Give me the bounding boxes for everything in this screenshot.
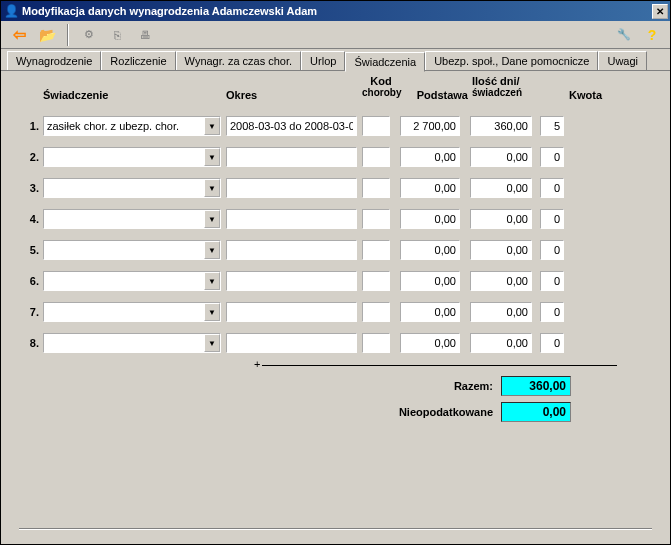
podstawa-input[interactable]: [400, 240, 460, 260]
swiadczenie-combo[interactable]: ▼: [43, 116, 221, 136]
swiadczenie-input[interactable]: [44, 272, 204, 290]
tab-swiadczenia[interactable]: Świadczenia: [345, 52, 425, 72]
swiadczenie-combo[interactable]: ▼: [43, 178, 221, 198]
swiadczenie-combo[interactable]: ▼: [43, 147, 221, 167]
swiadczenie-input[interactable]: [44, 303, 204, 321]
kod-input[interactable]: [362, 302, 390, 322]
window: 👤 Modyfikacja danych wynagrodzenia Adamc…: [0, 0, 671, 545]
swiadczenie-input[interactable]: [44, 210, 204, 228]
podstawa-input[interactable]: [400, 333, 460, 353]
row-number: 3.: [19, 182, 43, 194]
podstawa-input[interactable]: [400, 116, 460, 136]
swiadczenie-input[interactable]: [44, 334, 204, 352]
header-podstawa: Podstawa: [400, 89, 472, 112]
podstawa-input[interactable]: [400, 271, 460, 291]
open-button[interactable]: 📂: [35, 23, 59, 47]
kod-input[interactable]: [362, 209, 390, 229]
okres-input[interactable]: [226, 333, 357, 353]
back-button[interactable]: ⇦: [7, 23, 31, 47]
table-row: 1.▼: [19, 116, 652, 136]
chevron-down-icon[interactable]: ▼: [204, 117, 220, 135]
kwota-input[interactable]: [470, 178, 532, 198]
bottom-divider: [19, 528, 652, 530]
help-button[interactable]: ?: [640, 23, 664, 47]
okres-input[interactable]: [226, 302, 357, 322]
swiadczenie-combo[interactable]: ▼: [43, 240, 221, 260]
swiadczenie-combo[interactable]: ▼: [43, 209, 221, 229]
nieopodatkowane-label: Nieopodatkowane: [369, 406, 501, 418]
header-kwota: Kwota: [546, 89, 606, 112]
chevron-down-icon[interactable]: ▼: [204, 272, 220, 290]
swiadczenie-input[interactable]: [44, 241, 204, 259]
okres-input[interactable]: [226, 271, 357, 291]
podstawa-input[interactable]: [400, 178, 460, 198]
tab-wynagrodzenie[interactable]: Wynagrodzenie: [7, 51, 101, 70]
kod-input[interactable]: [362, 240, 390, 260]
header-ilosc: Ilość dni/ świadczeń: [472, 75, 546, 98]
swiadczenie-combo[interactable]: ▼: [43, 271, 221, 291]
chevron-down-icon[interactable]: ▼: [204, 148, 220, 166]
table-row: 6.▼: [19, 271, 652, 291]
swiadczenie-input[interactable]: [44, 179, 204, 197]
kod-input[interactable]: [362, 178, 390, 198]
row-number: 4.: [19, 213, 43, 225]
chevron-down-icon[interactable]: ▼: [204, 241, 220, 259]
okres-input[interactable]: [226, 240, 357, 260]
kwota-input[interactable]: [470, 333, 532, 353]
kod-input[interactable]: [362, 147, 390, 167]
kwota-input[interactable]: [470, 271, 532, 291]
dni-input[interactable]: [540, 302, 564, 322]
close-button[interactable]: ✕: [652, 4, 668, 19]
chevron-down-icon[interactable]: ▼: [204, 179, 220, 197]
print-button[interactable]: 🖶: [133, 23, 157, 47]
nieopodatkowane-value: 0,00: [501, 402, 571, 422]
tab-uwagi[interactable]: Uwagi: [598, 51, 647, 70]
kwota-input[interactable]: [470, 240, 532, 260]
dni-input[interactable]: [540, 271, 564, 291]
chevron-down-icon[interactable]: ▼: [204, 303, 220, 321]
table-row: 7.▼: [19, 302, 652, 322]
swiadczenie-input[interactable]: [44, 117, 204, 135]
dni-input[interactable]: [540, 209, 564, 229]
kod-input[interactable]: [362, 116, 390, 136]
okres-input[interactable]: [226, 178, 357, 198]
tab-rozliczenie[interactable]: Rozliczenie: [101, 51, 175, 70]
dni-input[interactable]: [540, 116, 564, 136]
chevron-down-icon[interactable]: ▼: [204, 210, 220, 228]
okres-input[interactable]: [226, 116, 357, 136]
razem-value: 360,00: [501, 376, 571, 396]
dni-input[interactable]: [540, 240, 564, 260]
kwota-input[interactable]: [470, 116, 532, 136]
header-kod: Kod choroby: [362, 75, 400, 98]
tab-urlop[interactable]: Urlop: [301, 51, 345, 70]
kwota-input[interactable]: [470, 302, 532, 322]
tool-1-button[interactable]: ⚙: [77, 23, 101, 47]
kod-input[interactable]: [362, 333, 390, 353]
kwota-input[interactable]: [470, 209, 532, 229]
podstawa-input[interactable]: [400, 302, 460, 322]
kod-input[interactable]: [362, 271, 390, 291]
table-row: 3.▼: [19, 178, 652, 198]
table-row: 4.▼: [19, 209, 652, 229]
plus-icon: +: [254, 358, 260, 370]
tab-wynagr-chor[interactable]: Wynagr. za czas chor.: [176, 51, 302, 70]
window-title: Modyfikacja danych wynagrodzenia Adamcze…: [22, 5, 652, 17]
swiadczenie-combo[interactable]: ▼: [43, 302, 221, 322]
dni-input[interactable]: [540, 333, 564, 353]
dni-input[interactable]: [540, 147, 564, 167]
podstawa-input[interactable]: [400, 209, 460, 229]
tool-2-button[interactable]: 🔧: [612, 23, 636, 47]
table-row: 8.▼: [19, 333, 652, 353]
kwota-input[interactable]: [470, 147, 532, 167]
tab-ubezp[interactable]: Ubezp. społ., Dane pomocnicze: [425, 51, 598, 70]
okres-input[interactable]: [226, 147, 357, 167]
podstawa-input[interactable]: [400, 147, 460, 167]
app-icon: 👤: [3, 3, 19, 19]
okres-input[interactable]: [226, 209, 357, 229]
chevron-down-icon[interactable]: ▼: [204, 334, 220, 352]
copy-button[interactable]: ⎘: [105, 23, 129, 47]
swiadczenie-input[interactable]: [44, 148, 204, 166]
row-number: 1.: [19, 120, 43, 132]
swiadczenie-combo[interactable]: ▼: [43, 333, 221, 353]
dni-input[interactable]: [540, 178, 564, 198]
